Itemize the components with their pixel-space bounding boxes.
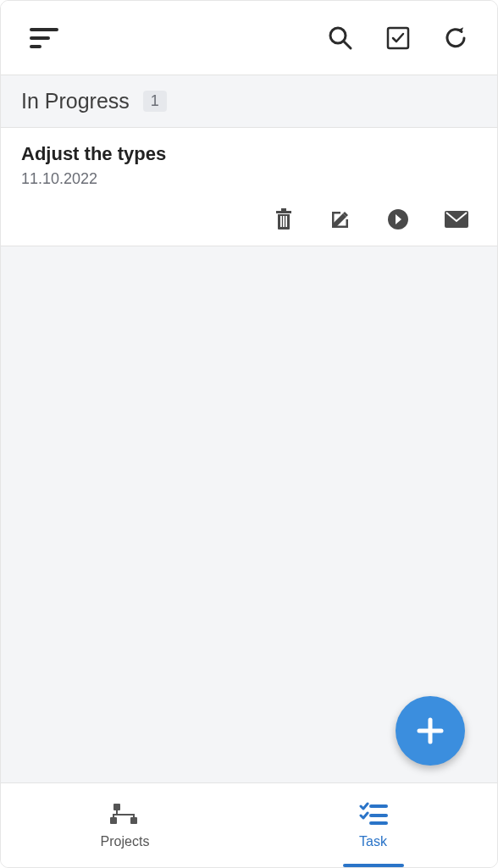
svg-rect-15 — [113, 804, 120, 810]
svg-rect-1 — [30, 36, 50, 40]
svg-rect-9 — [283, 216, 285, 227]
svg-rect-7 — [281, 208, 286, 211]
edit-icon[interactable] — [326, 205, 355, 234]
nav-projects[interactable]: Projects — [1, 783, 249, 867]
refresh-icon[interactable] — [440, 22, 472, 54]
task-list: Adjust the types 11.10.2022 — [1, 128, 497, 782]
task-actions — [21, 205, 477, 234]
check-box-icon[interactable] — [382, 22, 414, 54]
app-root: In Progress 1 Adjust the types 11.10.202… — [1, 1, 497, 867]
section-title: In Progress — [21, 89, 130, 113]
menu-sort-icon[interactable] — [26, 23, 62, 53]
search-icon[interactable] — [324, 22, 357, 54]
plus-icon — [414, 715, 446, 747]
svg-rect-16 — [130, 817, 137, 824]
add-task-fab[interactable] — [396, 696, 465, 766]
delete-icon[interactable] — [270, 205, 297, 234]
next-icon[interactable] — [384, 205, 412, 234]
svg-rect-0 — [30, 28, 58, 31]
task-list-icon — [359, 802, 388, 829]
svg-rect-6 — [276, 211, 291, 213]
svg-rect-10 — [285, 216, 287, 227]
task-card[interactable]: Adjust the types 11.10.2022 — [1, 128, 497, 246]
mail-icon[interactable] — [441, 205, 472, 234]
top-bar-right — [324, 22, 472, 54]
top-bar-left — [26, 23, 62, 53]
section-header: In Progress 1 — [1, 75, 497, 128]
section-count-badge: 1 — [143, 91, 167, 112]
bottom-nav: Projects Task — [1, 782, 497, 867]
svg-rect-17 — [110, 817, 117, 824]
projects-icon — [110, 802, 141, 829]
top-bar — [1, 1, 497, 75]
svg-line-4 — [344, 41, 351, 48]
task-date: 11.10.2022 — [21, 170, 477, 188]
nav-task-label: Task — [359, 834, 387, 849]
nav-task[interactable]: Task — [249, 783, 497, 867]
svg-rect-8 — [280, 216, 282, 227]
svg-rect-2 — [30, 45, 42, 48]
nav-projects-label: Projects — [101, 834, 150, 849]
task-title: Adjust the types — [21, 143, 477, 165]
